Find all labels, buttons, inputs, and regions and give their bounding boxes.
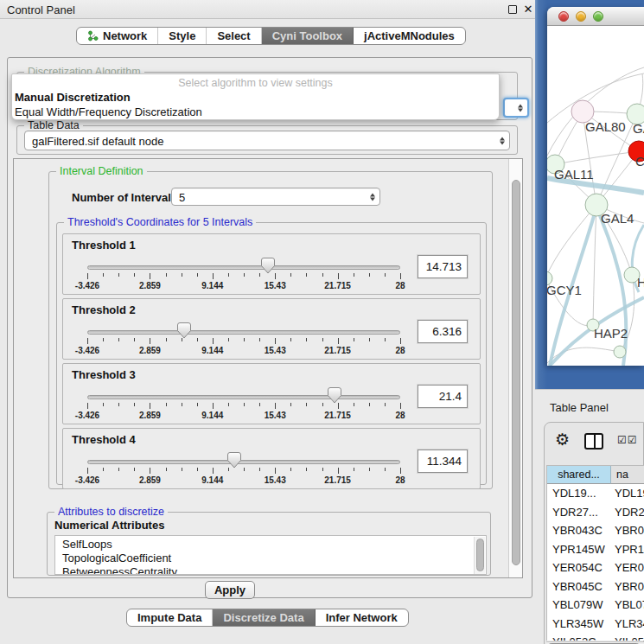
tab-select[interactable]: Select: [207, 28, 261, 44]
float-window-icon[interactable]: [507, 3, 519, 16]
tick: [244, 273, 245, 277]
tab-cyni-toolbox[interactable]: Cyni Toolbox: [262, 28, 354, 44]
tick: [197, 403, 198, 406]
cell-name[interactable]: YPR145W: [615, 540, 644, 559]
tick: [259, 468, 260, 471]
close-icon[interactable]: ✕: [522, 3, 534, 16]
slider-track[interactable]: [87, 395, 400, 399]
attribute-item-betweennesscentrality[interactable]: BetweennessCentrality: [62, 565, 177, 575]
scrollbar-thumb[interactable]: [476, 539, 484, 571]
cell-shared-name[interactable]: YDR27...: [552, 503, 598, 522]
popup-item-equal-width-frequency[interactable]: Equal Width/Frequency Discretization: [15, 105, 487, 118]
tab-jactivemnodules[interactable]: jActiveMNodules: [354, 28, 465, 44]
apply-button[interactable]: Apply: [205, 581, 255, 599]
attribute-item-selfloops[interactable]: SelfLoops: [62, 538, 112, 552]
tick: [244, 338, 245, 341]
tick: [354, 338, 354, 341]
network-node-label: GAL11: [554, 167, 594, 182]
tab-network[interactable]: Network: [77, 28, 158, 44]
algorithm-combobox[interactable]: [503, 98, 529, 118]
cell-name[interactable]: YBL079W: [615, 596, 644, 615]
tick: [134, 468, 135, 471]
slider-track[interactable]: [87, 330, 400, 335]
tab-discretize-data[interactable]: Discretize Data: [213, 609, 315, 626]
close-traffic-light-icon[interactable]: [558, 11, 569, 22]
attribute-item-topologicalcoefficient[interactable]: TopologicalCoefficient: [62, 552, 171, 565]
slider-track[interactable]: [87, 265, 400, 270]
slider-thumb[interactable]: [328, 387, 341, 404]
cell-shared-name[interactable]: YIL052C: [552, 633, 596, 641]
network-node[interactable]: [614, 346, 626, 358]
table-row-YIL052C[interactable]: YIL052CYIL052C: [547, 633, 644, 641]
threshold-value-field[interactable]: 6.316: [418, 320, 468, 343]
network-edge[interactable]: [547, 205, 596, 278]
slider-track[interactable]: [87, 460, 400, 464]
cell-shared-name[interactable]: YLR345W: [552, 615, 603, 634]
tick: [182, 338, 182, 341]
column-header-name[interactable]: na: [611, 466, 644, 484]
tick: [322, 338, 323, 341]
cell-name[interactable]: YDL19...: [615, 484, 644, 503]
list-scrollbar[interactable]: [474, 537, 485, 575]
table-row-YBR045C[interactable]: YBR045CYBR045C: [547, 577, 644, 596]
tick-label: 28: [395, 475, 405, 485]
slider-ruler: -3.4262.8599.14415.4321.71528: [87, 403, 400, 424]
cell-shared-name[interactable]: YPR145W: [552, 540, 605, 559]
tick-label: 21.715: [324, 411, 351, 420]
table-row-YPR145W[interactable]: YPR145WYPR145W: [547, 540, 644, 559]
table-row-YBR043C[interactable]: YBR043CYBR043C: [547, 521, 644, 540]
cell-shared-name[interactable]: YBR045C: [552, 577, 603, 596]
column-header-shared-name[interactable]: shared...: [547, 466, 611, 484]
number-of-intervals-combobox[interactable]: 5: [171, 188, 380, 206]
table-row-YDL19[interactable]: YDL19...YDL19...: [547, 484, 644, 503]
tick: [182, 468, 182, 471]
zoom-traffic-light-icon[interactable]: [593, 11, 603, 22]
threshold-1-box: Threshold 1-3.4262.8599.14415.4321.71528…: [62, 233, 481, 295]
cell-shared-name[interactable]: YBR043C: [552, 521, 603, 540]
cell-name[interactable]: YLR345W: [615, 615, 644, 634]
group-title: Table Data: [24, 119, 83, 131]
tick: [275, 468, 276, 474]
tick: [306, 403, 307, 406]
table-data-combobox[interactable]: galFiltered.sif default node: [24, 131, 510, 150]
cell-name[interactable]: YBR045C: [615, 577, 644, 596]
network-window-titlebar[interactable]: [547, 7, 644, 26]
threshold-value-field[interactable]: 11.344: [418, 450, 468, 473]
network-canvas[interactable]: GAL80GACGAL11GAL4HGCY1HAP2: [547, 26, 644, 366]
network-node-label: GCY1: [547, 283, 582, 297]
table-row-YER054C[interactable]: YER054CYER054C: [547, 558, 644, 577]
tick-label: 21.715: [324, 475, 351, 485]
cell-shared-name[interactable]: YBL079W: [552, 596, 603, 615]
checkboxes-icon[interactable]: ☑☑: [617, 434, 638, 446]
panel-scrollbar[interactable]: [508, 159, 522, 577]
threshold-value-field[interactable]: 14.713: [418, 255, 468, 278]
table-row-YBL079W[interactable]: YBL079WYBL079W: [547, 596, 644, 615]
slider-ruler: -3.4262.8599.14415.4321.71528: [87, 273, 400, 294]
tab-impute-data[interactable]: Impute Data: [127, 609, 213, 626]
tab-infer-network[interactable]: Infer Network: [316, 609, 408, 626]
popup-prompt: Select algorithm to view settings: [12, 77, 499, 89]
cell-name[interactable]: YIL052C: [615, 633, 644, 641]
slider-thumb[interactable]: [261, 258, 275, 274]
network-node-label: H: [637, 275, 644, 290]
slider-thumb[interactable]: [227, 452, 241, 469]
tick-label: 21.715: [324, 346, 351, 355]
cell-name[interactable]: YDR27...: [615, 503, 644, 522]
cell-name[interactable]: YER054C: [615, 558, 644, 577]
tick: [87, 338, 88, 344]
tab-style[interactable]: Style: [158, 28, 207, 44]
cell-shared-name[interactable]: YER054C: [552, 558, 603, 577]
network-edge-thick[interactable]: [596, 207, 626, 366]
cell-name[interactable]: YBR043C: [615, 521, 644, 540]
table-row-YDR27[interactable]: YDR27...YDR27...: [547, 503, 644, 522]
scrollbar-thumb[interactable]: [512, 180, 520, 565]
gear-icon[interactable]: ⚙: [555, 430, 570, 450]
threshold-value-field[interactable]: 21.4: [418, 385, 468, 408]
columns-icon[interactable]: [584, 433, 603, 450]
popup-item-manual-discretization[interactable]: Manual Discretization: [15, 91, 487, 104]
slider-thumb[interactable]: [177, 322, 191, 339]
table-row-YLR345W[interactable]: YLR345WYLR345W: [547, 615, 644, 634]
minimize-traffic-light-icon[interactable]: [576, 11, 586, 22]
network-edge[interactable]: [555, 151, 639, 164]
cell-shared-name[interactable]: YDL19...: [552, 484, 596, 503]
